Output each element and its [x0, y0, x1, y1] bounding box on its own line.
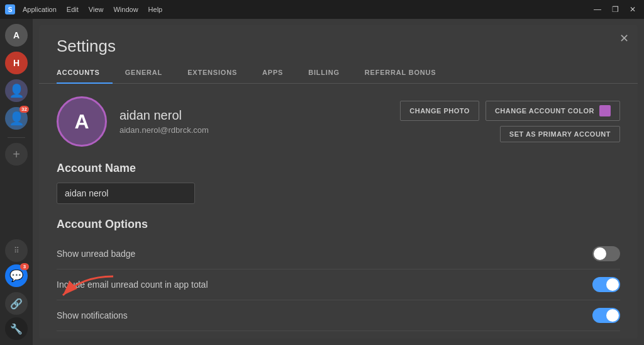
account-name-input[interactable] — [57, 183, 195, 204]
account-options-section: Account Options Show unread badge Includ… — [57, 218, 620, 331]
sidebar-avatar-a[interactable]: A — [5, 24, 28, 47]
sidebar-messenger-button[interactable]: 💬 3 — [5, 264, 28, 287]
sidebar-hubspot-button[interactable]: 🔗 — [5, 292, 28, 315]
option-row-unread-badge: Show unread badge — [57, 239, 620, 269]
sidebar-divider — [8, 137, 25, 138]
account-text-info: aidan nerol aidan.nerol@rdbrck.com — [119, 108, 209, 135]
maximize-button[interactable]: ❐ — [609, 3, 621, 16]
sidebar-avatar-photo[interactable]: 👤 — [5, 79, 28, 102]
window-close-button[interactable]: ✕ — [626, 3, 639, 16]
titlebar: S Application Edit View Window Help — ❐ … — [0, 0, 644, 19]
sidebar-avatar-badge[interactable]: 👤 32 — [5, 107, 28, 130]
menu-view[interactable]: View — [89, 6, 104, 13]
settings-panel: ✕ Settings ACCOUNTS GENERAL EXTENSIONS A… — [39, 25, 638, 339]
settings-title: Settings — [39, 25, 638, 56]
change-photo-button[interactable]: CHANGE PHOTO — [400, 101, 479, 121]
account-name-section: Account Name — [57, 162, 620, 204]
option-row-notifications: Show notifications — [57, 300, 620, 331]
account-email-display: aidan.nerol@rdbrck.com — [119, 125, 209, 135]
toggle-unread-badge[interactable] — [592, 246, 620, 261]
app-logo: S — [5, 4, 15, 14]
notification-badge: 32 — [19, 106, 29, 113]
tab-extensions[interactable]: EXTENSIONS — [175, 62, 250, 84]
toggle-email-count[interactable] — [592, 277, 620, 292]
toggle-knob — [594, 247, 606, 260]
titlebar-left: S Application Edit View Window Help — [5, 4, 162, 14]
menu-window[interactable]: Window — [113, 6, 138, 13]
settings-body: A aidan nerol aidan.nerol@rdbrck.com CHA… — [39, 84, 638, 339]
apps-grid-button[interactable]: ⠿ — [5, 239, 28, 262]
minimize-button[interactable]: — — [591, 3, 604, 16]
tab-accounts[interactable]: ACCOUNTS — [57, 62, 113, 84]
titlebar-controls: — ❐ ✕ — [591, 3, 639, 16]
account-header: A aidan nerol aidan.nerol@rdbrck.com CHA… — [57, 96, 620, 147]
sidebar-tools-button[interactable]: 🔧 — [5, 317, 28, 340]
account-actions: CHANGE PHOTO CHANGE ACCOUNT COLOR SET AS… — [400, 101, 620, 142]
account-info-left: A aidan nerol aidan.nerol@rdbrck.com — [57, 96, 209, 147]
color-swatch — [599, 105, 611, 116]
account-options-title: Account Options — [57, 218, 620, 231]
option-label-notifications: Show notifications — [57, 310, 128, 320]
main-layout: A H 👤 👤 32 + ⠿ 💬 3 🔗 🔧 — [0, 19, 644, 345]
tab-general[interactable]: GENERAL — [113, 62, 175, 84]
toggle-notifications[interactable] — [592, 308, 620, 323]
tab-apps[interactable]: APPS — [250, 62, 296, 84]
panel-close-button[interactable]: ✕ — [619, 31, 629, 45]
menu-application[interactable]: Application — [23, 6, 57, 13]
account-avatar: A — [57, 96, 107, 147]
change-account-color-button[interactable]: CHANGE ACCOUNT COLOR — [486, 101, 620, 121]
option-label-unread-badge: Show unread badge — [57, 249, 135, 259]
sidebar-avatar-h[interactable]: H — [5, 52, 28, 74]
tab-referral[interactable]: REFERRAL BONUS — [352, 62, 449, 84]
tabs-bar: ACCOUNTS GENERAL EXTENSIONS APPS BILLING… — [39, 62, 638, 84]
set-primary-account-button[interactable]: SET AS PRIMARY ACCOUNT — [500, 126, 620, 142]
account-actions-row-top: CHANGE PHOTO CHANGE ACCOUNT COLOR — [400, 101, 620, 121]
sidebar: A H 👤 👤 32 + ⠿ 💬 3 🔗 🔧 — [0, 19, 33, 345]
content-area: ✕ Settings ACCOUNTS GENERAL EXTENSIONS A… — [33, 19, 644, 345]
account-name-section-title: Account Name — [57, 162, 620, 175]
tab-billing[interactable]: BILLING — [296, 62, 352, 84]
titlebar-menu: Application Edit View Window Help — [23, 6, 162, 13]
menu-help[interactable]: Help — [148, 6, 163, 13]
menu-edit[interactable]: Edit — [67, 6, 79, 13]
sidebar-bottom: ⠿ 💬 3 🔗 🔧 — [5, 239, 28, 345]
toggle-knob-3 — [606, 309, 619, 322]
option-label-email-count: Include email unread count in app total — [57, 280, 208, 290]
messenger-badge: 3 — [20, 263, 29, 270]
option-row-email-count: Include email unread count in app total — [57, 269, 620, 300]
toggle-knob-2 — [606, 278, 619, 291]
account-name-display: aidan nerol — [119, 108, 209, 123]
add-account-button[interactable]: + — [5, 143, 28, 166]
